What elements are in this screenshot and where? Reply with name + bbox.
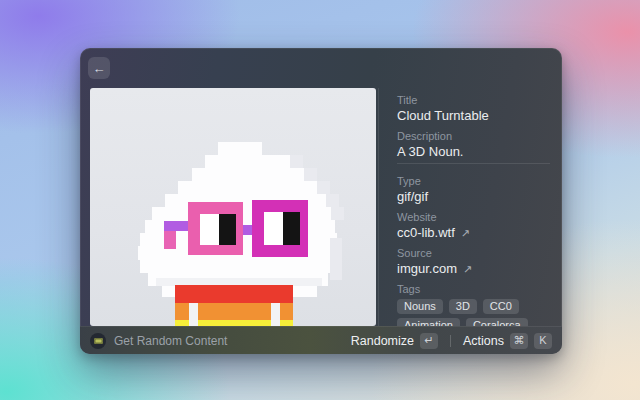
description-field: Description A 3D Noun. [397, 129, 550, 160]
description-label: Description [397, 129, 550, 143]
actions-button[interactable]: Actions ⌘ K [463, 333, 552, 349]
type-label: Type [397, 174, 550, 188]
website-label: Website [397, 210, 550, 224]
website-field: Website cc0-lib.wtf ↗ [397, 210, 550, 241]
voxel-cloud-artwork [90, 88, 376, 326]
external-link-icon: ↗ [463, 261, 472, 277]
command-key-icon: ⌘ [510, 333, 528, 349]
source-url: imgur.com [397, 261, 457, 277]
media-preview [90, 88, 376, 326]
tags-field: Tags Nouns 3D CC0 Animation Coralorca [397, 282, 550, 326]
desktop-background: ← [0, 0, 640, 400]
tag-pill: Coralorca [466, 318, 528, 326]
tag-pill: Animation [397, 318, 460, 326]
actions-label: Actions [463, 334, 504, 348]
tags-label: Tags [397, 282, 550, 296]
title-field: Title Cloud Turntable [397, 93, 550, 124]
title-value: Cloud Turntable [397, 108, 550, 124]
k-key-icon: K [534, 333, 552, 349]
tag-pill: CC0 [483, 299, 519, 314]
action-bar: Get Random Content Randomize ↵ Actions ⌘… [80, 326, 562, 354]
randomize-button[interactable]: Randomize ↵ [351, 333, 438, 349]
source-label: Source [397, 246, 550, 260]
metadata-panel: Title Cloud Turntable Description A 3D N… [378, 88, 562, 326]
command-hint: Get Random Content [114, 334, 343, 348]
tag-pill: 3D [449, 299, 477, 314]
website-url: cc0-lib.wtf [397, 225, 455, 241]
title-label: Title [397, 93, 550, 107]
footer-divider [450, 335, 451, 347]
external-link-icon: ↗ [461, 225, 470, 241]
type-field: Type gif/gif [397, 174, 550, 205]
type-value: gif/gif [397, 189, 550, 205]
tags-list: Nouns 3D CC0 Animation Coralorca [397, 299, 550, 326]
enter-key-icon: ↵ [420, 333, 438, 349]
raycast-window: ← [80, 48, 562, 354]
source-field: Source imgur.com ↗ [397, 246, 550, 277]
section-divider [397, 163, 550, 164]
source-link[interactable]: imgur.com ↗ [397, 261, 550, 277]
tag-pill: Nouns [397, 299, 443, 314]
extension-icon [90, 333, 106, 349]
back-button[interactable]: ← [88, 57, 110, 79]
randomize-label: Randomize [351, 334, 414, 348]
detail-content: Title Cloud Turntable Description A 3D N… [80, 88, 562, 326]
back-arrow-icon: ← [93, 62, 106, 75]
description-value: A 3D Noun. [397, 144, 550, 160]
website-link[interactable]: cc0-lib.wtf ↗ [397, 225, 550, 241]
window-titlebar: ← [80, 48, 562, 88]
